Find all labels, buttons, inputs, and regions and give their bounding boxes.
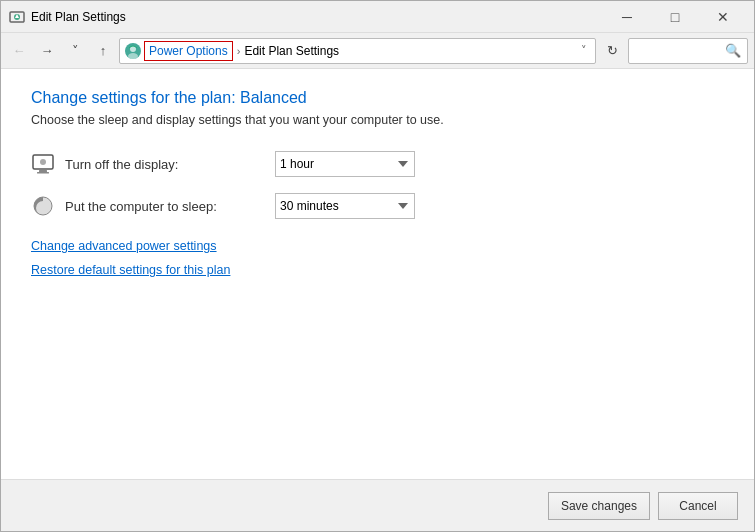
main-content: Change settings for the plan: Balanced C…: [1, 69, 754, 479]
sleep-select[interactable]: 30 minutes Never 1 minute 5 minutes 10 m…: [275, 193, 415, 219]
address-bar: ← → ˅ ↑ Power Options › Edit Plan Settin…: [1, 33, 754, 69]
main-window: Edit Plan Settings ─ □ ✕ ← → ˅ ↑ Power O…: [0, 0, 755, 532]
footer: Save changes Cancel: [1, 479, 754, 531]
svg-point-5: [128, 53, 138, 59]
save-changes-button[interactable]: Save changes: [548, 492, 650, 520]
breadcrumb-current: Edit Plan Settings: [244, 44, 339, 58]
window-controls: ─ □ ✕: [604, 1, 746, 33]
svg-point-9: [40, 159, 46, 165]
close-button[interactable]: ✕: [700, 1, 746, 33]
display-select[interactable]: 1 hour Never 1 minute 5 minutes 10 minut…: [275, 151, 415, 177]
advanced-settings-link[interactable]: Change advanced power settings: [31, 239, 724, 253]
search-input[interactable]: [635, 44, 725, 58]
window-icon: [9, 9, 25, 25]
sleep-label: Put the computer to sleep:: [65, 199, 265, 214]
forward-button[interactable]: →: [35, 39, 59, 63]
refresh-button[interactable]: ↻: [600, 39, 624, 63]
sleep-icon: [31, 194, 55, 218]
plan-subtitle: Choose the sleep and display settings th…: [31, 113, 724, 127]
title-bar: Edit Plan Settings ─ □ ✕: [1, 1, 754, 33]
breadcrumb-separator: ›: [237, 45, 241, 57]
display-icon: [31, 152, 55, 176]
minimize-button[interactable]: ─: [604, 1, 650, 33]
dropdown-button[interactable]: ˅: [63, 39, 87, 63]
sleep-setting-row: Put the computer to sleep: 30 minutes Ne…: [31, 193, 724, 219]
display-label: Turn off the display:: [65, 157, 265, 172]
address-path: Power Options › Edit Plan Settings ˅: [119, 38, 596, 64]
svg-rect-7: [39, 170, 47, 172]
cancel-button[interactable]: Cancel: [658, 492, 738, 520]
breadcrumb-power-options[interactable]: Power Options: [144, 41, 233, 61]
maximize-button[interactable]: □: [652, 1, 698, 33]
svg-rect-8: [37, 172, 49, 174]
back-button[interactable]: ←: [7, 39, 31, 63]
window-title: Edit Plan Settings: [31, 10, 604, 24]
plan-title: Change settings for the plan: Balanced: [31, 89, 724, 107]
search-box: 🔍: [628, 38, 748, 64]
links-section: Change advanced power settings Restore d…: [31, 239, 724, 277]
display-setting-row: Turn off the display: 1 hour Never 1 min…: [31, 151, 724, 177]
path-icon: [124, 42, 142, 60]
address-chevron-icon[interactable]: ˅: [577, 44, 591, 57]
search-icon: 🔍: [725, 43, 741, 58]
restore-defaults-link[interactable]: Restore default settings for this plan: [31, 263, 724, 277]
up-button[interactable]: ↑: [91, 39, 115, 63]
